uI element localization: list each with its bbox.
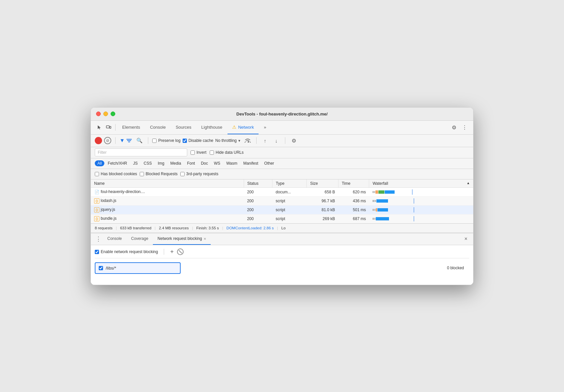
hide-data-urls-checkbox[interactable]: Hide data URLs xyxy=(210,150,244,155)
clear-all-icon[interactable] xyxy=(177,248,184,255)
download-icon[interactable]: ↓ xyxy=(272,136,281,145)
type-btn-other[interactable]: Other xyxy=(262,160,277,166)
more-options-icon[interactable]: ⋮ xyxy=(460,123,469,132)
disable-cache-checkbox[interactable]: Disable cache xyxy=(183,138,213,143)
invert-input[interactable] xyxy=(191,150,195,155)
filter-bar: Filter Invert Hide data URLs xyxy=(91,147,473,158)
blocked-requests-checkbox[interactable]: Blocked Requests xyxy=(140,172,178,176)
blocked-count: 0 blocked xyxy=(447,266,464,270)
status-cell: 200 xyxy=(244,187,272,196)
rule-checkbox[interactable] xyxy=(99,266,103,270)
transferred-size: 633 kB transferred xyxy=(120,226,152,230)
minimize-button[interactable] xyxy=(103,112,108,116)
network-settings-icon[interactable]: ⚙ xyxy=(289,136,299,145)
hide-data-urls-input[interactable] xyxy=(210,150,214,155)
blocked-requests-input[interactable] xyxy=(140,172,144,176)
device-toggle-icon[interactable] xyxy=(104,123,113,132)
main-toolbar: Elements Console Sources Lighthouse ⚠ Ne… xyxy=(91,121,473,135)
bottom-tab-coverage[interactable]: Coverage xyxy=(126,233,153,245)
table-row[interactable]: 📄foul-heavenly-direction....200docum...6… xyxy=(91,187,473,196)
type-btn-all[interactable]: All xyxy=(95,160,104,166)
close-bottom-panel-icon[interactable]: × xyxy=(461,234,471,244)
waterfall-cell xyxy=(369,187,473,196)
type-btn-manifest[interactable]: Manifest xyxy=(241,160,261,166)
status-sep-3: | xyxy=(192,226,193,230)
svg-line-6 xyxy=(250,142,251,143)
type-btn-js[interactable]: JS xyxy=(130,160,140,166)
invert-checkbox[interactable]: Invert xyxy=(191,150,206,155)
blocking-pattern: /libs/* xyxy=(106,266,177,271)
disable-cache-input[interactable] xyxy=(183,139,187,143)
maximize-button[interactable] xyxy=(111,112,115,116)
blocking-panel: Enable network request blocking + /libs/… xyxy=(91,245,473,285)
preserve-log-input[interactable] xyxy=(152,139,157,143)
blocking-rule[interactable]: /libs/* xyxy=(95,262,181,274)
blocking-rule-row: /libs/* 0 blocked xyxy=(95,262,469,274)
time-cell: 687 ms xyxy=(338,214,369,223)
third-party-input[interactable] xyxy=(180,172,185,176)
close-tab-icon[interactable]: × xyxy=(204,237,206,241)
table-row[interactable]: {}bundle.js200script269 kB687 ms xyxy=(91,214,473,223)
cursor-icon[interactable] xyxy=(95,123,104,132)
col-time[interactable]: Time xyxy=(338,180,369,188)
search-icon[interactable]: 🔍 xyxy=(135,136,144,145)
type-btn-fetchxhr[interactable]: Fetch/XHR xyxy=(105,160,130,166)
type-btn-doc[interactable]: Doc xyxy=(198,160,210,166)
waterfall-sort-icon: ▲ xyxy=(467,181,470,185)
third-party-checkbox[interactable]: 3rd-party requests xyxy=(180,172,218,176)
col-status[interactable]: Status xyxy=(244,180,272,188)
tab-sources[interactable]: Sources xyxy=(171,120,196,134)
svg-rect-1 xyxy=(110,126,111,128)
col-size[interactable]: Size xyxy=(307,180,338,188)
type-btn-font[interactable]: Font xyxy=(184,160,197,166)
resources-size: 2.4 MB resources xyxy=(159,226,189,230)
col-type[interactable]: Type xyxy=(272,180,307,188)
filter-icon[interactable]: ▼ xyxy=(120,138,133,144)
type-btn-media[interactable]: Media xyxy=(168,160,184,166)
table-row[interactable]: {}lodash.js200script96.7 kB436 ms xyxy=(91,196,473,205)
type-btn-img[interactable]: Img xyxy=(155,160,167,166)
wifi-icon[interactable] xyxy=(243,136,252,145)
nt-sep-1 xyxy=(115,137,116,144)
tab-more[interactable]: » xyxy=(259,120,271,134)
load-text: Lo xyxy=(281,226,286,230)
type-cell: docum... xyxy=(272,187,307,196)
enable-blocking-input[interactable] xyxy=(95,250,99,254)
waterfall-cell xyxy=(369,196,473,205)
upload-icon[interactable]: ↑ xyxy=(261,136,270,145)
tab-lighthouse[interactable]: Lighthouse xyxy=(197,120,227,134)
waterfall-cell xyxy=(369,205,473,214)
bottom-tab-network-request-blocking[interactable]: Network request blocking × xyxy=(153,233,211,245)
enable-blocking-checkbox[interactable]: Enable network request blocking xyxy=(95,249,158,254)
col-name[interactable]: Name xyxy=(91,180,244,188)
tab-console[interactable]: Console xyxy=(145,120,170,134)
settings-icon[interactable]: ⚙ xyxy=(449,123,459,132)
tab-elements[interactable]: Elements xyxy=(118,120,145,134)
status-cell: 200 xyxy=(244,214,272,223)
bottom-tabs-menu-icon[interactable]: ⋮ xyxy=(93,234,103,244)
type-btn-ws[interactable]: WS xyxy=(211,160,223,166)
preserve-log-checkbox[interactable]: Preserve log xyxy=(152,138,180,143)
bottom-tab-console[interactable]: Console xyxy=(103,233,126,245)
table-header-row: Name Status Type Size Time Wat xyxy=(91,180,473,188)
size-cell: 96.7 kB xyxy=(307,196,338,205)
filter-input[interactable]: Filter xyxy=(95,148,187,156)
table-row[interactable]: {}jquery.js200script81.0 kB501 ms xyxy=(91,205,473,214)
add-pattern-icon[interactable]: + xyxy=(170,248,174,255)
close-button[interactable] xyxy=(96,112,101,116)
status-sep-5: | xyxy=(277,226,278,230)
blocked-bar: Has blocked cookies Blocked Requests 3rd… xyxy=(91,169,473,180)
status-sep-1: | xyxy=(116,226,117,230)
type-btn-wasm[interactable]: Wasm xyxy=(224,160,240,166)
type-btn-css[interactable]: CSS xyxy=(141,160,155,166)
throttle-select[interactable]: No throttling ▼ xyxy=(215,138,241,143)
col-waterfall[interactable]: Waterfall ▲ xyxy=(369,180,473,188)
tab-network[interactable]: ⚠ Network xyxy=(228,120,259,134)
record-button[interactable] xyxy=(95,137,102,144)
time-cell: 501 ms xyxy=(338,205,369,214)
has-blocked-cookies-checkbox[interactable]: Has blocked cookies xyxy=(95,172,137,176)
type-cell: script xyxy=(272,205,307,214)
has-blocked-cookies-input[interactable] xyxy=(95,172,99,176)
traffic-lights xyxy=(96,112,115,116)
stop-icon[interactable]: ⊘ xyxy=(104,137,111,144)
